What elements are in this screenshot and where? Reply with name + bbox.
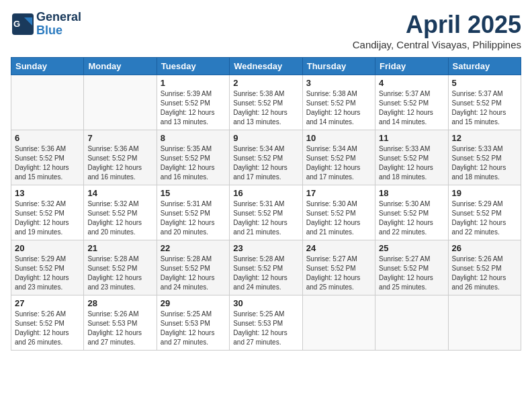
day-number: 21 xyxy=(87,243,152,253)
day-number: 12 xyxy=(452,133,517,143)
calendar-cell: 11Sunrise: 5:33 AM Sunset: 5:52 PM Dayli… xyxy=(375,130,448,185)
calendar-cell: 15Sunrise: 5:31 AM Sunset: 5:52 PM Dayli… xyxy=(157,185,229,240)
day-number: 18 xyxy=(379,188,444,198)
calendar-cell: 21Sunrise: 5:28 AM Sunset: 5:52 PM Dayli… xyxy=(84,240,157,295)
day-number: 1 xyxy=(161,78,226,88)
calendar-cell: 18Sunrise: 5:30 AM Sunset: 5:52 PM Dayli… xyxy=(375,185,448,240)
calendar-header-monday: Monday xyxy=(84,58,157,75)
cell-info: Sunrise: 5:34 AM Sunset: 5:52 PM Dayligh… xyxy=(233,144,298,182)
calendar-cell: 12Sunrise: 5:33 AM Sunset: 5:52 PM Dayli… xyxy=(448,130,521,185)
day-number: 5 xyxy=(452,78,517,88)
cell-info: Sunrise: 5:28 AM Sunset: 5:52 PM Dayligh… xyxy=(161,255,226,292)
calendar-table: SundayMondayTuesdayWednesdayThursdayFrid… xyxy=(11,57,521,351)
calendar-week-row: 20Sunrise: 5:29 AM Sunset: 5:52 PM Dayli… xyxy=(11,240,521,295)
day-number: 22 xyxy=(161,243,226,253)
calendar-week-row: 13Sunrise: 5:32 AM Sunset: 5:52 PM Dayli… xyxy=(11,185,521,240)
title-area: April 2025 Candijay, Central Visayas, Ph… xyxy=(353,11,521,50)
calendar-cell: 24Sunrise: 5:27 AM Sunset: 5:52 PM Dayli… xyxy=(302,240,375,295)
calendar-cell: 4Sunrise: 5:37 AM Sunset: 5:52 PM Daylig… xyxy=(375,75,448,130)
calendar-week-row: 6Sunrise: 5:36 AM Sunset: 5:52 PM Daylig… xyxy=(11,130,521,185)
calendar-cell: 3Sunrise: 5:38 AM Sunset: 5:52 PM Daylig… xyxy=(302,75,375,130)
day-number: 3 xyxy=(306,78,371,88)
day-number: 2 xyxy=(233,78,298,88)
calendar-header-tuesday: Tuesday xyxy=(157,58,229,75)
cell-info: Sunrise: 5:26 AM Sunset: 5:52 PM Dayligh… xyxy=(452,255,517,292)
calendar-cell xyxy=(84,75,157,130)
calendar-week-row: 1Sunrise: 5:39 AM Sunset: 5:52 PM Daylig… xyxy=(11,75,521,130)
calendar-cell: 28Sunrise: 5:26 AM Sunset: 5:53 PM Dayli… xyxy=(84,295,157,351)
cell-info: Sunrise: 5:37 AM Sunset: 5:52 PM Dayligh… xyxy=(452,89,517,127)
calendar-header-saturday: Saturday xyxy=(448,58,521,75)
day-number: 14 xyxy=(87,188,152,198)
calendar-cell: 20Sunrise: 5:29 AM Sunset: 5:52 PM Dayli… xyxy=(11,240,84,295)
day-number: 26 xyxy=(452,243,517,253)
cell-info: Sunrise: 5:27 AM Sunset: 5:52 PM Dayligh… xyxy=(306,255,371,292)
calendar-cell: 23Sunrise: 5:28 AM Sunset: 5:52 PM Dayli… xyxy=(230,240,302,295)
calendar-cell: 16Sunrise: 5:31 AM Sunset: 5:52 PM Dayli… xyxy=(230,185,302,240)
page-header: G General Blue April 2025 Candijay, Cent… xyxy=(11,11,521,50)
calendar-cell: 17Sunrise: 5:30 AM Sunset: 5:52 PM Dayli… xyxy=(302,185,375,240)
calendar-cell: 22Sunrise: 5:28 AM Sunset: 5:52 PM Dayli… xyxy=(157,240,229,295)
calendar-cell: 1Sunrise: 5:39 AM Sunset: 5:52 PM Daylig… xyxy=(157,75,229,130)
day-number: 28 xyxy=(87,298,152,308)
day-number: 9 xyxy=(233,133,298,143)
day-number: 6 xyxy=(15,133,80,143)
calendar-cell: 5Sunrise: 5:37 AM Sunset: 5:52 PM Daylig… xyxy=(448,75,521,130)
calendar-cell: 10Sunrise: 5:34 AM Sunset: 5:52 PM Dayli… xyxy=(302,130,375,185)
cell-info: Sunrise: 5:33 AM Sunset: 5:52 PM Dayligh… xyxy=(379,144,444,182)
cell-info: Sunrise: 5:35 AM Sunset: 5:52 PM Dayligh… xyxy=(161,144,226,182)
cell-info: Sunrise: 5:39 AM Sunset: 5:52 PM Dayligh… xyxy=(161,89,226,127)
cell-info: Sunrise: 5:32 AM Sunset: 5:52 PM Dayligh… xyxy=(87,199,152,237)
calendar-cell: 26Sunrise: 5:26 AM Sunset: 5:52 PM Dayli… xyxy=(448,240,521,295)
cell-info: Sunrise: 5:37 AM Sunset: 5:52 PM Dayligh… xyxy=(379,89,444,127)
cell-info: Sunrise: 5:31 AM Sunset: 5:52 PM Dayligh… xyxy=(233,199,298,237)
calendar-header-wednesday: Wednesday xyxy=(230,58,302,75)
day-number: 19 xyxy=(452,188,517,198)
day-number: 27 xyxy=(15,298,80,308)
cell-info: Sunrise: 5:26 AM Sunset: 5:53 PM Dayligh… xyxy=(87,310,152,347)
calendar-cell xyxy=(11,75,84,130)
logo-icon: G xyxy=(11,12,35,36)
calendar-cell: 14Sunrise: 5:32 AM Sunset: 5:52 PM Dayli… xyxy=(84,185,157,240)
cell-info: Sunrise: 5:31 AM Sunset: 5:52 PM Dayligh… xyxy=(161,199,226,237)
day-number: 24 xyxy=(306,243,371,253)
cell-info: Sunrise: 5:30 AM Sunset: 5:52 PM Dayligh… xyxy=(306,199,371,237)
cell-info: Sunrise: 5:34 AM Sunset: 5:52 PM Dayligh… xyxy=(306,144,371,182)
month-title: April 2025 xyxy=(353,11,521,39)
calendar-cell: 27Sunrise: 5:26 AM Sunset: 5:52 PM Dayli… xyxy=(11,295,84,351)
calendar-cell: 30Sunrise: 5:25 AM Sunset: 5:53 PM Dayli… xyxy=(230,295,302,351)
day-number: 4 xyxy=(379,78,444,88)
cell-info: Sunrise: 5:33 AM Sunset: 5:52 PM Dayligh… xyxy=(452,144,517,182)
day-number: 29 xyxy=(161,298,226,308)
calendar-body: 1Sunrise: 5:39 AM Sunset: 5:52 PM Daylig… xyxy=(11,75,521,351)
cell-info: Sunrise: 5:27 AM Sunset: 5:52 PM Dayligh… xyxy=(379,255,444,292)
cell-info: Sunrise: 5:28 AM Sunset: 5:52 PM Dayligh… xyxy=(87,255,152,292)
cell-info: Sunrise: 5:38 AM Sunset: 5:52 PM Dayligh… xyxy=(233,89,298,127)
cell-info: Sunrise: 5:28 AM Sunset: 5:52 PM Dayligh… xyxy=(233,255,298,292)
logo-blue: Blue xyxy=(36,24,81,38)
calendar-header-sunday: Sunday xyxy=(11,58,84,75)
cell-info: Sunrise: 5:29 AM Sunset: 5:52 PM Dayligh… xyxy=(452,199,517,237)
cell-info: Sunrise: 5:36 AM Sunset: 5:52 PM Dayligh… xyxy=(87,144,152,182)
day-number: 15 xyxy=(161,188,226,198)
logo: G General Blue xyxy=(11,11,81,38)
day-number: 8 xyxy=(161,133,226,143)
cell-info: Sunrise: 5:36 AM Sunset: 5:52 PM Dayligh… xyxy=(15,144,80,182)
calendar-cell: 9Sunrise: 5:34 AM Sunset: 5:52 PM Daylig… xyxy=(230,130,302,185)
cell-info: Sunrise: 5:38 AM Sunset: 5:52 PM Dayligh… xyxy=(306,89,371,127)
day-number: 11 xyxy=(379,133,444,143)
calendar-cell: 7Sunrise: 5:36 AM Sunset: 5:52 PM Daylig… xyxy=(84,130,157,185)
day-number: 10 xyxy=(306,133,371,143)
day-number: 30 xyxy=(233,298,298,308)
calendar-cell: 8Sunrise: 5:35 AM Sunset: 5:52 PM Daylig… xyxy=(157,130,229,185)
day-number: 20 xyxy=(15,243,80,253)
day-number: 25 xyxy=(379,243,444,253)
calendar-cell xyxy=(448,295,521,351)
cell-info: Sunrise: 5:26 AM Sunset: 5:52 PM Dayligh… xyxy=(15,310,80,347)
calendar-cell: 29Sunrise: 5:25 AM Sunset: 5:53 PM Dayli… xyxy=(157,295,229,351)
calendar-week-row: 27Sunrise: 5:26 AM Sunset: 5:52 PM Dayli… xyxy=(11,295,521,351)
calendar-cell xyxy=(302,295,375,351)
calendar-cell: 2Sunrise: 5:38 AM Sunset: 5:52 PM Daylig… xyxy=(230,75,302,130)
calendar-cell: 13Sunrise: 5:32 AM Sunset: 5:52 PM Dayli… xyxy=(11,185,84,240)
day-number: 17 xyxy=(306,188,371,198)
